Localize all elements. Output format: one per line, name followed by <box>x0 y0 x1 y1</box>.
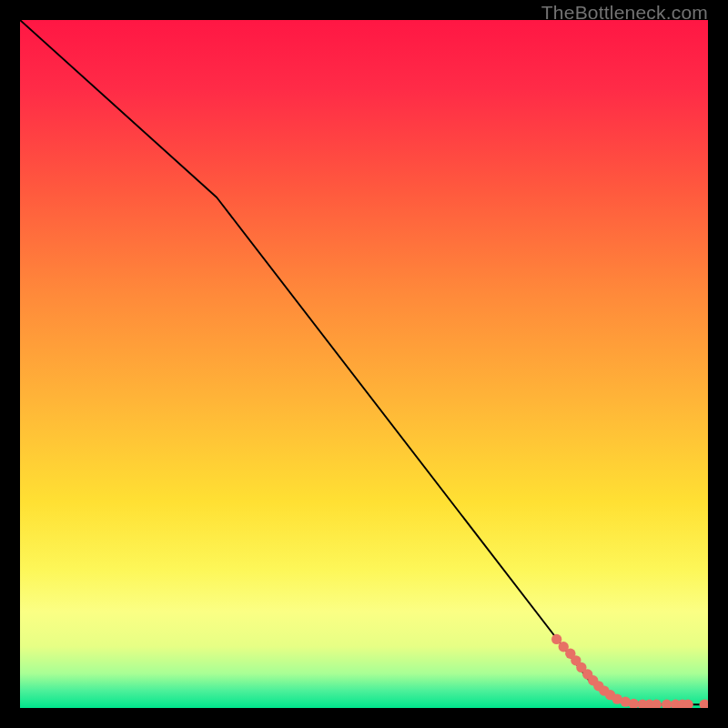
scatter-point <box>662 700 672 708</box>
scatter-points <box>551 634 708 708</box>
chart-overlay <box>20 20 708 708</box>
scatter-point <box>700 700 708 708</box>
bottleneck-curve <box>20 20 708 704</box>
chart-frame: TheBottleneck.com <box>0 0 728 728</box>
watermark-text: TheBottleneck.com <box>541 2 708 24</box>
plot-area <box>20 20 708 708</box>
